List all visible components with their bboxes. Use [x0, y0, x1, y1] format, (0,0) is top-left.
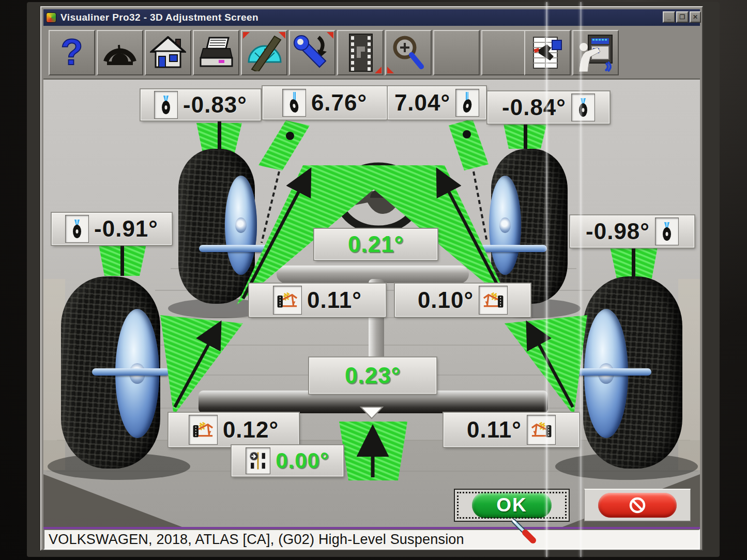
thrust-angle-box: 0.00° — [232, 445, 343, 476]
rear-left-camber-box: -0.91° — [52, 213, 172, 245]
toolbar-button-blank-2[interactable] — [481, 30, 528, 75]
rear-left-toe-box: 0.12° — [169, 413, 299, 447]
ok-label: OK — [496, 494, 527, 516]
red-corner-marker — [375, 67, 382, 73]
front-right-camber-box: -0.84° — [487, 91, 609, 123]
suspension-icon — [189, 415, 218, 445]
mouse-cursor — [511, 519, 538, 546]
monitor-photo: Visualiner Pro32 - 3D Adjustment Screen … — [0, 0, 747, 560]
title-bar: Visualiner Pro32 - 3D Adjustment Screen — [43, 9, 700, 26]
screen-artifact-line — [546, 2, 547, 557]
front-right-toe-box: 0.10° — [395, 284, 530, 317]
window-title: Visualiner Pro32 - 3D Adjustment Screen — [60, 12, 258, 23]
no-symbol-icon — [627, 495, 648, 516]
red-corner-marker — [243, 32, 250, 39]
red-corner-marker — [327, 32, 333, 39]
toolbar-button-spec-table[interactable] — [524, 30, 571, 75]
screen-artifact-line — [580, 2, 582, 557]
red-corner-marker — [279, 32, 285, 39]
maximize-button[interactable]: ❐ — [676, 11, 689, 23]
gauge-icon — [102, 37, 138, 69]
ok-button[interactable]: OK — [454, 489, 570, 522]
svg-text:?: ? — [61, 33, 83, 72]
suspension-icon — [527, 415, 556, 445]
red-corner-marker — [387, 67, 394, 73]
front-left-wheel — [178, 149, 255, 304]
rear-total-toe-box: 0.23° — [309, 357, 436, 394]
cancel-pill[interactable] — [598, 493, 677, 518]
rear-left-wheel — [61, 276, 160, 469]
machine-console-person-icon — [577, 34, 614, 72]
suspension-icon — [479, 286, 508, 315]
spec-table-hand-icon — [529, 34, 566, 71]
front-left-caster-box: 6.76° — [263, 86, 387, 119]
toolbar-button-measure[interactable] — [241, 30, 287, 75]
zoom-magnifier-icon — [390, 34, 426, 71]
camber-tire-icon — [571, 94, 595, 121]
protractor-icon — [245, 34, 284, 71]
toolbar-button-gauge[interactable] — [97, 30, 143, 75]
home-icon — [150, 36, 186, 69]
camber-tire-icon — [65, 215, 89, 243]
help-question-icon: ? — [57, 33, 87, 72]
rim — [489, 176, 521, 275]
toolbar-button-blank-1[interactable] — [433, 30, 480, 75]
camber-tire-icon — [154, 91, 178, 119]
toolbar-button-adjust[interactable] — [289, 30, 336, 75]
toolbar-button-video[interactable] — [337, 30, 384, 75]
wrench-arrow-icon — [293, 34, 332, 71]
front-left-toe-box: 0.11° — [249, 284, 386, 317]
front-left-camber-box: -0.83° — [141, 89, 261, 120]
toolbar-button-help[interactable]: ? — [49, 30, 95, 75]
camber-tire-icon — [655, 217, 679, 245]
close-button[interactable]: ✕ — [690, 11, 701, 23]
ok-pill[interactable]: OK — [472, 492, 552, 518]
vehicle-description: VOLKSWAGEN, 2018, ATLAS [CA], (G02) High… — [44, 532, 464, 548]
status-bar: VOLKSWAGEN, 2018, ATLAS [CA], (G02) High… — [43, 529, 700, 550]
printer-icon — [198, 36, 234, 69]
suspension-icon — [273, 286, 302, 315]
rear-right-wheel — [583, 276, 682, 469]
thrust-line-icon — [246, 447, 270, 474]
caster-tire-icon — [455, 89, 479, 117]
cancel-button[interactable] — [584, 489, 691, 522]
rim — [225, 176, 257, 275]
minimize-button[interactable]: _ — [663, 11, 675, 23]
front-right-wheel — [491, 149, 568, 304]
app-icon — [46, 12, 56, 23]
front-total-toe-box: 0.21° — [314, 229, 437, 260]
caster-tire-icon — [282, 89, 306, 117]
toolbar-button-print[interactable] — [193, 30, 239, 75]
toolbar-button-machine[interactable] — [572, 30, 619, 75]
film-strip-icon — [343, 33, 377, 72]
rear-right-camber-box: -0.98° — [570, 215, 694, 247]
toolbar-button-home[interactable] — [145, 30, 191, 75]
toolbar-button-zoom[interactable] — [385, 30, 432, 75]
rear-right-toe-box: 0.11° — [444, 413, 579, 447]
front-right-caster-box: 7.04° — [388, 86, 486, 119]
